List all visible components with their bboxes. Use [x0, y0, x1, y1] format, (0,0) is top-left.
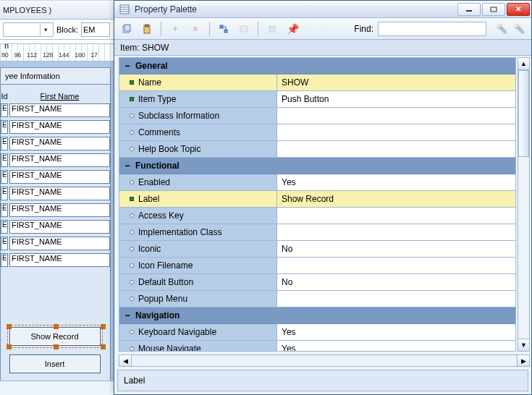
property-value[interactable] — [277, 141, 515, 157]
property-row-kbd_nav[interactable]: Keyboard NavigableYes — [119, 324, 515, 341]
firstname-cell[interactable]: FIRST_NAME — [9, 153, 110, 167]
firstname-cell[interactable]: FIRST_NAME — [9, 237, 110, 250]
id-cell[interactable]: E — [1, 237, 8, 250]
property-row-iconic[interactable]: IconicNo — [119, 241, 515, 258]
default-marker-icon — [130, 347, 134, 351]
property-value[interactable] — [277, 208, 515, 224]
property-row-icon_file[interactable]: Icon Filename — [119, 258, 515, 274]
vertical-scrollbar[interactable]: ▲ ▼ — [518, 57, 530, 352]
property-value[interactable]: Push Button — [277, 91, 515, 107]
find-input[interactable] — [378, 22, 486, 36]
firstname-cell[interactable]: FIRST_NAME — [9, 253, 110, 267]
property-row-popup[interactable]: Popup Menu — [119, 291, 515, 307]
property-value[interactable] — [277, 258, 515, 273]
section-general[interactable]: −General — [119, 58, 515, 75]
inherit-button[interactable] — [216, 21, 232, 37]
svg-rect-5 — [491, 7, 497, 12]
property-label: Item Type — [138, 94, 176, 104]
table-row[interactable]: EFIRST_NAME — [1, 135, 110, 152]
insert-button[interactable]: Insert — [9, 354, 101, 373]
property-value[interactable]: Yes — [277, 324, 515, 340]
canvas[interactable]: Id First Name EFIRST_NAMEEFIRST_NAMEEFIR… — [0, 85, 111, 388]
property-value[interactable] — [277, 124, 515, 140]
scroll-up-button[interactable]: ▲ — [518, 58, 529, 70]
id-cell[interactable]: E — [1, 253, 8, 267]
scroll-left-button[interactable]: ◀ — [119, 355, 132, 366]
property-row-help_book[interactable]: Help Book Topic — [119, 141, 515, 158]
table-row[interactable]: EFIRST_NAME — [1, 169, 110, 185]
block-combo[interactable]: EM — [81, 22, 110, 37]
property-value[interactable]: Show Record — [277, 191, 515, 207]
id-cell[interactable]: E — [1, 187, 8, 200]
property-row-default_btn[interactable]: Default ButtonNo — [119, 274, 515, 291]
palette-icon — [119, 4, 130, 15]
property-row-mouse_nav[interactable]: Mouse NavigateYes — [119, 341, 515, 352]
firstname-cell[interactable]: FIRST_NAME — [9, 120, 110, 134]
property-value[interactable]: No — [277, 274, 515, 290]
id-cell[interactable]: E — [1, 203, 8, 217]
property-row-name[interactable]: NameSHOW — [119, 75, 515, 91]
property-palette-window: Property Palette ✕ + × 📌 Find: 🔦 🔦 Item:… — [114, 0, 532, 395]
firstname-cell[interactable]: FIRST_NAME — [9, 137, 110, 150]
property-value[interactable] — [277, 224, 515, 240]
property-label: Iconic — [138, 244, 161, 254]
property-value[interactable]: No — [277, 241, 515, 257]
table-row[interactable]: EFIRST_NAME — [1, 218, 110, 235]
id-cell[interactable]: E — [1, 120, 8, 134]
minimize-button[interactable] — [457, 3, 481, 16]
table-row[interactable]: EFIRST_NAME — [1, 202, 110, 218]
id-cell[interactable]: E — [1, 170, 8, 184]
property-row-subclass[interactable]: Subclass Information — [119, 108, 515, 124]
canvas-title: yee Information — [5, 72, 60, 80]
table-row[interactable]: EFIRST_NAME — [1, 235, 110, 252]
property-grid[interactable]: −GeneralNameSHOWItem TypePush ButtonSubc… — [119, 57, 516, 352]
default-marker-icon — [130, 230, 134, 234]
paste-props-button[interactable] — [139, 21, 155, 37]
show-record-button[interactable]: Show Record — [9, 327, 101, 346]
id-cell[interactable]: E — [1, 103, 8, 117]
horizontal-scrollbar[interactable]: ◀ ▶ — [119, 354, 530, 367]
section-functional[interactable]: −Functional — [119, 158, 515, 174]
table-row[interactable]: EFIRST_NAME — [1, 152, 110, 169]
property-row-enabled[interactable]: EnabledYes — [119, 174, 515, 191]
scroll-down-button[interactable]: ▼ — [518, 339, 529, 351]
firstname-cell[interactable]: FIRST_NAME — [9, 203, 110, 217]
property-value[interactable] — [277, 108, 515, 124]
svg-rect-9 — [145, 25, 148, 27]
editor-combo-1[interactable]: ▾ — [3, 22, 54, 37]
firstname-cell[interactable]: FIRST_NAME — [9, 103, 110, 117]
property-row-item_type[interactable]: Item TypePush Button — [119, 91, 515, 108]
property-value[interactable] — [277, 291, 515, 307]
property-value[interactable]: SHOW — [277, 75, 515, 90]
flashlight-icon: 🔦 — [496, 23, 507, 34]
section-navigation[interactable]: −Navigation — [119, 307, 515, 324]
default-marker-icon — [130, 213, 134, 218]
maximize-button[interactable] — [482, 3, 505, 16]
scroll-right-button[interactable]: ▶ — [517, 355, 529, 366]
id-cell[interactable]: E — [1, 137, 8, 150]
property-label: Name — [138, 77, 161, 88]
property-value[interactable]: Yes — [277, 341, 515, 352]
property-row-plabel[interactable]: LabelShow Record — [119, 191, 515, 208]
property-value[interactable]: Yes — [277, 174, 515, 190]
canvas-titlebar: yee Information — [0, 67, 111, 85]
table-row[interactable]: EFIRST_NAME — [1, 252, 110, 268]
firstname-cell[interactable]: FIRST_NAME — [9, 187, 110, 200]
table-row[interactable]: EFIRST_NAME — [1, 185, 110, 202]
property-row-access_key[interactable]: Access Key — [119, 208, 515, 224]
property-row-comments[interactable]: Comments — [119, 124, 515, 141]
titlebar[interactable]: Property Palette ✕ — [114, 1, 531, 18]
pin-icon: 📌 — [287, 23, 299, 35]
copy-props-button[interactable] — [119, 21, 135, 37]
id-cell[interactable]: E — [1, 220, 8, 234]
firstname-cell[interactable]: FIRST_NAME — [9, 170, 110, 184]
property-row-impl_class[interactable]: Implementation Class — [119, 224, 515, 241]
close-button[interactable]: ✕ — [507, 3, 530, 16]
table-row[interactable]: EFIRST_NAME — [1, 119, 110, 135]
table-row[interactable]: EFIRST_NAME — [1, 102, 110, 119]
find-prev-button: 🔦 — [511, 21, 527, 37]
scroll-thumb[interactable] — [518, 70, 529, 157]
pin-button[interactable]: 📌 — [284, 21, 300, 37]
id-cell[interactable]: E — [1, 153, 8, 167]
firstname-cell[interactable]: FIRST_NAME — [9, 220, 110, 234]
